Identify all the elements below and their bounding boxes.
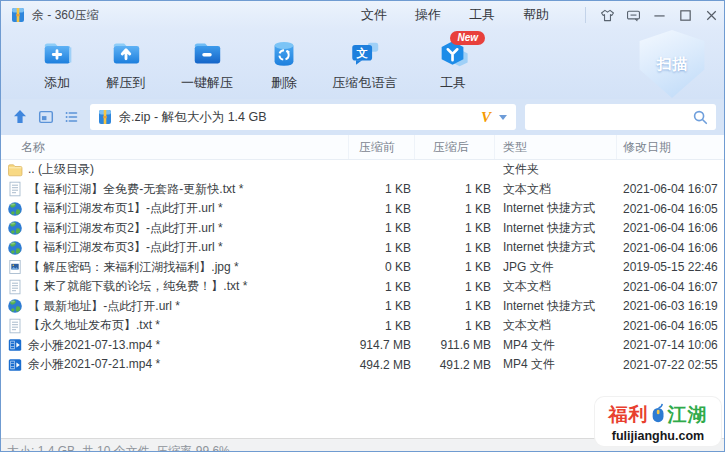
url-file-icon (7, 201, 23, 217)
size-before-cell: 1 KB (349, 182, 415, 196)
size-before-cell: 1 KB (349, 319, 415, 333)
toolbar-button-add-folder[interactable]: 添加 (25, 35, 89, 94)
list-view-icon[interactable] (61, 106, 82, 128)
column-header-after[interactable]: 压缩后 (415, 135, 495, 159)
file-row[interactable]: 【 福利江湖发布页2】-点此打开.url *1 KB1 KBInternet 快… (1, 219, 724, 239)
file-name: 【 福利江湖】全免费-无套路-更新快.txt * (28, 181, 243, 198)
vip-v-icon[interactable]: V (481, 109, 491, 126)
mp4-file-icon (7, 357, 23, 373)
file-type-cell: 文本文档 (495, 278, 617, 295)
folder-file-icon (7, 162, 23, 178)
watermark-brand: 福利 江湖 (599, 402, 717, 428)
maximize-button[interactable] (672, 4, 698, 26)
close-button[interactable] (698, 4, 724, 26)
toolbar-button-extract-to-folder[interactable]: 解压到 (89, 35, 163, 94)
modified-date-cell: 2021-06-04 16:06 (617, 241, 724, 255)
url-file-icon (7, 298, 23, 314)
toolbar: 添加解压到一键解压删除文压缩包语言工具New 扫描 (1, 29, 724, 99)
txt-file-icon (7, 279, 23, 295)
preview-pane-icon[interactable] (35, 106, 56, 128)
file-name: 【 福利江湖发布页2】-点此打开.url * (28, 220, 223, 237)
archive-path-combobox[interactable]: 余.zip - 解包大小为 1.4 GB V (90, 104, 516, 130)
menu-tools[interactable]: 工具 (455, 2, 509, 28)
mouse-icon (651, 403, 666, 428)
menu-action[interactable]: 操作 (401, 2, 455, 28)
file-name-cell: 【 福利江湖】全免费-无套路-更新快.txt * (1, 181, 349, 198)
toolbar-button-label: 一键解压 (181, 74, 233, 92)
zip-archive-icon (10, 7, 26, 23)
file-type-cell: 文件夹 (495, 161, 617, 178)
mp4-file-icon (7, 337, 23, 353)
scan-shield-button[interactable]: 扫描 (636, 30, 708, 98)
file-name: 【 福利江湖发布页1】-点此打开.url * (28, 200, 223, 217)
size-before-cell: 0 KB (349, 260, 415, 274)
file-name: 【永久地址发布页】.txt * (28, 317, 160, 334)
status-text: 大小: 1.4 GB, 共 10 个文件, 压缩率 99.6% (7, 444, 230, 452)
up-level-arrow-icon[interactable] (9, 106, 30, 128)
search-box (525, 104, 716, 130)
size-after-cell: 1 KB (415, 299, 495, 313)
column-header-date[interactable]: 修改日期 (617, 135, 724, 159)
file-row[interactable]: 余小雅2021-07-21.mp4 *494.2 MB491.2 MBMP4 文… (1, 355, 724, 375)
toolbar-button-tools-cube[interactable]: 工具New (413, 35, 493, 94)
toolbar-button-label: 工具 (440, 74, 466, 92)
file-name: 【 福利江湖发布页3】-点此打开.url * (28, 239, 223, 256)
size-after-cell: 911.6 MB (415, 338, 495, 352)
toolbar-button-one-key-extract-folder[interactable]: 一键解压 (163, 35, 251, 94)
app-window: 余 - 360压缩 文件操作工具帮助 添加解压到一键解压删除文压缩包语言工具Ne… (0, 0, 725, 452)
url-file-icon (7, 240, 23, 256)
file-row[interactable]: 余小雅2021-07-13.mp4 *914.7 MB911.6 MBMP4 文… (1, 336, 724, 356)
size-after-cell: 1 KB (415, 241, 495, 255)
file-row[interactable]: 【 最新地址】-点此打开.url *1 KB1 KBInternet 快捷方式2… (1, 297, 724, 317)
file-name: 余小雅2021-07-21.mp4 * (28, 356, 160, 373)
search-icon[interactable] (691, 108, 709, 126)
search-input[interactable] (532, 109, 691, 125)
column-header-before[interactable]: 压缩前 (349, 135, 415, 159)
archive-path-text: 余.zip - 解包大小为 1.4 GB (119, 109, 481, 126)
file-name: 【 来了就能下载的论坛，纯免费！】.txt * (28, 278, 247, 295)
list-header: 名称压缩前压缩后类型修改日期 (1, 135, 724, 160)
url-file-icon (7, 220, 23, 236)
modified-date-cell: 2021-06-04 16:07 (617, 182, 724, 196)
file-name-cell: 【 最新地址】-点此打开.url * (1, 298, 349, 315)
size-before-cell: 1 KB (349, 241, 415, 255)
toolbar-button-delete-trash[interactable]: 删除 (251, 35, 317, 94)
file-row[interactable]: .. (上级目录)文件夹 (1, 160, 724, 180)
watermark-domain: fulijianghu.com (599, 429, 717, 443)
watermark-brand-left: 福利 (609, 402, 649, 428)
modified-date-cell: 2021-06-04 16:07 (617, 280, 724, 294)
file-row[interactable]: 【 福利江湖发布页3】-点此打开.url *1 KB1 KBInternet 快… (1, 238, 724, 258)
file-type-cell: JPG 文件 (495, 259, 617, 276)
size-after-cell: 1 KB (415, 319, 495, 333)
column-header-name[interactable]: 名称 (1, 135, 349, 159)
modified-date-cell: 2019-05-15 22:46 (617, 260, 724, 274)
skin-shirt-icon[interactable] (594, 4, 620, 26)
file-name: 【 解压密码：来福利江湖找福利】.jpg * (28, 259, 239, 276)
toolbar-button-archive-language-bubble[interactable]: 文压缩包语言 (317, 35, 413, 94)
one-key-extract-folder-icon (190, 37, 224, 71)
file-name-cell: 余小雅2021-07-13.mp4 * (1, 337, 349, 354)
minimize-button[interactable] (646, 4, 672, 26)
file-row[interactable]: 【 福利江湖发布页1】-点此打开.url *1 KB1 KBInternet 快… (1, 199, 724, 219)
jpg-file-icon (7, 259, 23, 275)
file-name-cell: 【 福利江湖发布页3】-点此打开.url * (1, 239, 349, 256)
column-header-type[interactable]: 类型 (495, 135, 617, 159)
file-type-cell: Internet 快捷方式 (495, 298, 617, 315)
file-row[interactable]: 【 来了就能下载的论坛，纯免费！】.txt *1 KB1 KB文本文档2021-… (1, 277, 724, 297)
file-row[interactable]: 【 解压密码：来福利江湖找福利】.jpg *0 KB1 KBJPG 文件2019… (1, 258, 724, 278)
file-name: 余小雅2021-07-13.mp4 * (28, 337, 160, 354)
size-after-cell: 1 KB (415, 182, 495, 196)
size-after-cell: 1 KB (415, 202, 495, 216)
file-name-cell: 【 解压密码：来福利江湖找福利】.jpg * (1, 259, 349, 276)
file-row[interactable]: 【永久地址发布页】.txt *1 KB1 KB文本文档2021-06-04 16… (1, 316, 724, 336)
menu-help[interactable]: 帮助 (509, 2, 563, 28)
feedback-icon[interactable] (620, 4, 646, 26)
watermark: 福利 江湖 fulijianghu.com (595, 397, 721, 446)
menu-file[interactable]: 文件 (347, 2, 401, 28)
file-name-cell: 余小雅2021-07-21.mp4 * (1, 356, 349, 373)
toolbar-buttons: 添加解压到一键解压删除文压缩包语言工具New (25, 35, 493, 94)
dropdown-arrow-icon[interactable] (499, 115, 507, 120)
toolbar-button-label: 添加 (44, 74, 70, 92)
file-name-cell: 【 福利江湖发布页1】-点此打开.url * (1, 200, 349, 217)
file-row[interactable]: 【 福利江湖】全免费-无套路-更新快.txt *1 KB1 KB文本文档2021… (1, 180, 724, 200)
